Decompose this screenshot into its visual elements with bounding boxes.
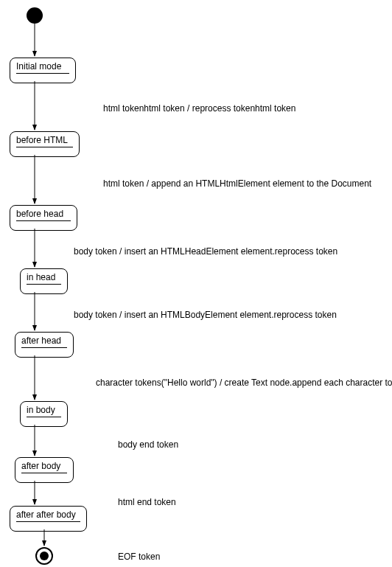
state-label: before head [16,209,71,219]
state-after-body: after body [15,457,74,483]
state-label: after after body [16,509,80,520]
state-before-head: before head [10,205,77,231]
transition-label: character tokens("Hello world") / create… [96,378,392,388]
state-label: Initial mode [16,61,69,72]
state-label: in body [27,405,61,415]
state-label: in head [27,272,61,282]
state-in-head: in head [20,268,68,294]
transition-label: html tokenhtml token / reprocess tokenht… [103,103,295,114]
transition-label: EOF token [118,552,160,562]
state-label: after body [21,461,67,471]
transition-label: body end token [118,439,178,450]
state-label: before HTML [16,135,73,145]
state-before-html: before HTML [10,131,80,157]
end-node [35,547,53,565]
transition-label: body token / insert an HTMLBodyElement e… [74,310,337,320]
transition-label: body token / insert an HTMLHeadElement e… [74,246,337,257]
transition-label: html end token [118,497,176,507]
state-label: after head [21,335,67,346]
transition-label: html token / append an HTMLHtmlElement e… [103,178,371,189]
state-initial-mode: Initial mode [10,58,76,83]
state-after-head: after head [15,332,74,358]
state-in-body: in body [20,401,68,427]
state-after-after-body: after after body [10,506,87,532]
start-node [27,7,43,24]
